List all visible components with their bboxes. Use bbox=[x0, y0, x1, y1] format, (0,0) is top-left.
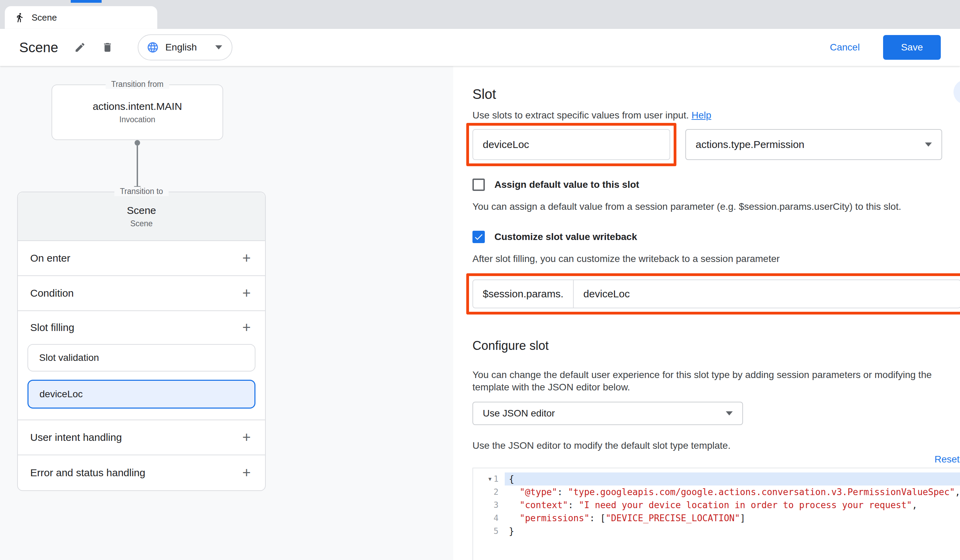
scene-node-subtitle: Scene bbox=[130, 219, 152, 228]
actions-console-window: Scene Scene English Cancel Save Transiti… bbox=[0, 0, 960, 560]
transition-from-node[interactable]: Transition from actions.intent.MAIN Invo… bbox=[51, 85, 223, 140]
code-token: { bbox=[509, 474, 514, 484]
slot-name-value: deviceLoc bbox=[483, 139, 529, 150]
slot-type-value: actions.type.Permission bbox=[696, 139, 805, 150]
slot-filling-header[interactable]: Slot filling + bbox=[18, 311, 265, 344]
delete-scene-button[interactable] bbox=[96, 37, 118, 58]
scene-node-header[interactable]: Scene Scene bbox=[18, 192, 265, 241]
pencil-icon bbox=[74, 42, 86, 53]
page-title: Scene bbox=[19, 40, 58, 55]
section-label: Slot filling bbox=[30, 322, 74, 333]
line-number: 3 bbox=[494, 500, 499, 510]
chevron-down-icon bbox=[215, 45, 222, 50]
slot-detail-panel: Slot Use slots to extract specific value… bbox=[453, 66, 960, 560]
slot-definition-row: deviceLoc actions.type.Permission bbox=[472, 129, 960, 160]
code-token: "type.googleapis.com/google.actions.conv… bbox=[568, 487, 955, 497]
gutter-line: 3 bbox=[473, 499, 505, 512]
code-token: } bbox=[509, 526, 514, 536]
chevron-down-icon bbox=[925, 142, 932, 147]
code-token: , bbox=[955, 487, 960, 497]
intent-name: actions.intent.MAIN bbox=[93, 101, 182, 112]
configure-slot-description: You can change the default user experien… bbox=[472, 369, 960, 394]
cancel-button[interactable]: Cancel bbox=[830, 42, 860, 53]
trash-icon bbox=[102, 42, 113, 53]
edit-scene-button[interactable] bbox=[69, 37, 91, 58]
json-code-editor[interactable]: ▾ 1 2 3 4 5 { "@type": "type.googleapis.… bbox=[472, 468, 960, 560]
writeback-checkbox[interactable] bbox=[472, 231, 485, 243]
slot-validation-item[interactable]: Slot validation bbox=[27, 344, 256, 371]
editor-mode-select[interactable]: Use JSON editor bbox=[472, 402, 743, 425]
writeback-help: After slot filling, you can customize th… bbox=[472, 253, 960, 265]
writeback-row: Customize slot value writeback bbox=[472, 230, 960, 244]
code-line: "permissions": ["DEVICE_PRECISE_LOCATION… bbox=[505, 512, 960, 525]
section-user-intent-handling[interactable]: User intent handling + bbox=[18, 420, 265, 455]
gutter-line: ▾ 1 bbox=[473, 472, 505, 485]
scene-header: Scene English Cancel Save bbox=[0, 29, 960, 66]
line-number: 5 bbox=[494, 526, 499, 536]
editor-hint: Use the JSON editor to modify the defaul… bbox=[472, 440, 960, 452]
chevron-down-icon bbox=[726, 411, 733, 416]
slot-description-text: Use slots to extract specific values fro… bbox=[472, 110, 689, 120]
scene-graph-panel: Transition from actions.intent.MAIN Invo… bbox=[0, 66, 453, 560]
code-token: "DEVICE_PRECISE_LOCATION" bbox=[606, 513, 740, 523]
section-error-status-handling[interactable]: Error and status handling + bbox=[18, 455, 265, 490]
check-icon bbox=[474, 232, 484, 242]
code-line: "context": "I need your device location … bbox=[505, 499, 960, 512]
editor-code-area[interactable]: { "@type": "type.googleapis.com/google.a… bbox=[505, 468, 960, 560]
deviceloc-slot-item[interactable]: deviceLoc bbox=[27, 380, 256, 409]
slot-type-select[interactable]: actions.type.Permission bbox=[685, 129, 942, 160]
gutter-line: 2 bbox=[473, 485, 505, 499]
code-token: : bbox=[557, 487, 568, 497]
save-button[interactable]: Save bbox=[883, 35, 941, 60]
gutter-line: 4 bbox=[473, 512, 505, 525]
chevron-right-icon bbox=[958, 85, 960, 99]
browser-tab-strip: Scene bbox=[0, 0, 960, 29]
transition-arrow bbox=[51, 140, 223, 192]
assign-default-label: Assign default value to this slot bbox=[494, 179, 639, 190]
line-number: 2 bbox=[494, 487, 499, 497]
session-params-prefix: $session.params. bbox=[473, 280, 574, 308]
arrow-line bbox=[137, 146, 138, 186]
section-on-enter[interactable]: On enter + bbox=[18, 241, 265, 276]
add-icon[interactable]: + bbox=[236, 430, 257, 445]
assign-default-checkbox[interactable] bbox=[472, 179, 485, 191]
section-slot-filling: Slot filling + Slot validation deviceLoc bbox=[18, 311, 265, 420]
slot-description: Use slots to extract specific values fro… bbox=[472, 110, 960, 122]
tab-title: Scene bbox=[32, 12, 57, 23]
add-icon[interactable]: + bbox=[236, 251, 257, 266]
arrow-origin-dot bbox=[134, 140, 140, 146]
code-token bbox=[509, 513, 520, 523]
writeback-input-wrapper: $session.params. deviceLoc bbox=[472, 280, 960, 308]
code-line: { bbox=[505, 472, 960, 485]
code-line: } bbox=[505, 525, 960, 538]
code-token: : [ bbox=[590, 513, 606, 523]
list-item-label: deviceLoc bbox=[40, 389, 83, 400]
language-selector[interactable]: English bbox=[138, 34, 232, 61]
writeback-input[interactable]: $session.params. deviceLoc bbox=[472, 280, 960, 308]
fold-toggle-icon[interactable]: ▾ bbox=[489, 475, 492, 483]
add-icon[interactable]: + bbox=[236, 320, 257, 335]
line-number: 1 bbox=[494, 474, 499, 484]
add-icon[interactable]: + bbox=[236, 466, 257, 480]
writeback-value: deviceLoc bbox=[574, 288, 639, 300]
slot-heading: Slot bbox=[472, 86, 960, 104]
code-token: ] bbox=[740, 513, 746, 523]
scene-node-title: Scene bbox=[127, 205, 156, 216]
add-icon[interactable]: + bbox=[236, 286, 257, 301]
slot-name-input[interactable]: deviceLoc bbox=[472, 129, 670, 160]
list-item-label: Slot validation bbox=[39, 352, 99, 363]
reset-row: Reset bbox=[472, 454, 960, 466]
line-number: 4 bbox=[494, 513, 499, 523]
configure-slot-heading: Configure slot bbox=[472, 339, 960, 354]
transition-from-caption: Transition from bbox=[106, 80, 169, 89]
globe-icon bbox=[147, 41, 159, 54]
transition-to-caption: Transition to bbox=[114, 187, 169, 196]
code-token: "permissions" bbox=[520, 513, 590, 523]
section-condition[interactable]: Condition + bbox=[18, 276, 265, 311]
editor-mode-value: Use JSON editor bbox=[483, 408, 555, 419]
scene-node-card: Transition to Scene Scene On enter + Con… bbox=[17, 192, 266, 491]
gutter-line: 5 bbox=[473, 525, 505, 538]
help-link[interactable]: Help bbox=[691, 110, 711, 120]
browser-tab-scene[interactable]: Scene bbox=[5, 6, 157, 29]
reset-link[interactable]: Reset bbox=[934, 454, 960, 466]
